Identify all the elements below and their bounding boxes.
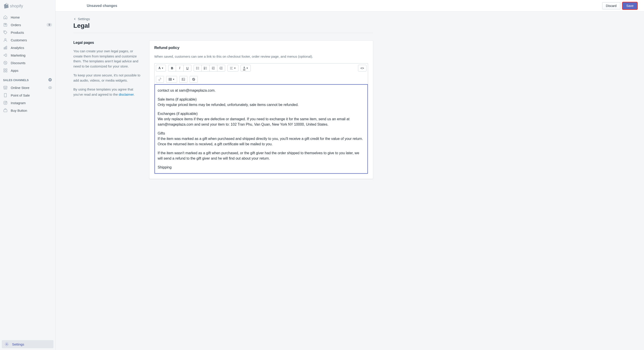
svg-rect-16 [4,101,7,105]
legal-pages-description: Legal pages You can create your own lega… [73,41,140,179]
home-icon [3,15,8,19]
discounts-icon [3,60,8,65]
sidebar-item-home[interactable]: Home [0,13,55,21]
refund-policy-title: Refund policy [154,46,368,50]
sidebar-item-apps[interactable]: Apps [0,67,55,74]
sidebar-item-label: Instagram [11,101,26,105]
bullet-list-button[interactable] [194,65,202,71]
editor-toolbar: A▼ B I U 123 [154,63,368,84]
svg-rect-13 [6,71,7,72]
topbar-actions: Discard Save [602,2,644,9]
svg-rect-4 [4,48,4,49]
svg-rect-12 [4,71,5,72]
align-dropdown[interactable]: ▼ [228,65,238,71]
marketing-icon [3,53,8,57]
sidebar-item-label: Discounts [11,61,26,65]
main-content: Settings Legal Legal pages You can creat… [56,12,391,350]
shopify-logo[interactable]: shopify [0,0,56,12]
svg-point-21 [196,67,197,67]
sidebar-item-label: Buy Button [11,109,27,112]
topbar: shopify Unsaved changes Discard Save [0,0,644,12]
svg-rect-19 [4,110,7,112]
products-icon [3,30,8,35]
refund-policy-subtitle: When saved, customers can see a link to … [154,54,368,59]
underline-button[interactable]: U [184,65,191,71]
italic-button[interactable]: I [176,65,184,71]
store-icon [3,85,8,90]
sidebar-item-buy-button[interactable]: Buy Button [0,107,55,114]
orders-icon [3,22,8,27]
html-button[interactable]: <> [358,65,366,71]
sidebar: Home Orders 9 Products Customers Analyti… [0,12,56,350]
legal-desc-2: To keep your store secure, it's not poss… [73,73,140,83]
sidebar-item-label: Analytics [11,46,24,50]
table-dropdown[interactable]: ▼ [166,76,177,82]
breadcrumb-label: Settings [78,17,90,21]
sales-channels-title: SALES CHANNELS [3,79,28,82]
svg-rect-44 [169,78,172,80]
svg-point-2 [4,31,5,32]
apps-icon [3,68,8,73]
outdent-button[interactable] [210,65,217,71]
svg-rect-5 [5,47,6,49]
sidebar-item-label: Apps [11,69,18,72]
chevron-left-icon [73,17,76,20]
sidebar-item-label: Products [11,31,24,34]
sidebar-item-pos[interactable]: Point of Sale [0,91,55,99]
sidebar-item-orders[interactable]: Orders 9 [0,21,55,29]
save-button[interactable]: Save [622,2,637,9]
svg-point-17 [5,102,6,104]
svg-rect-6 [6,46,7,49]
instagram-icon [3,101,8,105]
svg-rect-49 [182,78,185,80]
text-color-dropdown[interactable]: A▼ [241,65,250,71]
svg-rect-10 [4,69,5,70]
numbered-list-button[interactable]: 123 [202,65,210,71]
add-channel-icon[interactable] [48,78,52,82]
discard-button[interactable]: Discard [602,2,620,9]
gear-icon [4,342,9,347]
svg-text:shopify: shopify [10,3,23,8]
svg-rect-0 [6,3,8,5]
sidebar-item-settings[interactable]: Settings [2,340,54,348]
bold-button[interactable]: B [168,65,176,71]
sidebar-item-label: Customers [11,38,27,42]
legal-pages-heading: Legal pages [73,41,140,45]
svg-line-52 [193,78,194,80]
breadcrumb[interactable]: Settings [73,17,373,21]
format-dropdown[interactable]: A▼ [156,65,166,71]
svg-point-15 [50,87,51,88]
orders-badge: 9 [46,23,52,26]
sidebar-item-customers[interactable]: Customers [0,36,55,44]
disclaimer-link[interactable]: disclaimer [119,92,134,96]
analytics-icon [3,45,8,50]
svg-text:3: 3 [204,69,204,70]
page-title: Legal [73,22,373,29]
svg-point-20 [6,344,8,345]
sidebar-item-analytics[interactable]: Analytics [0,44,55,51]
indent-button[interactable] [217,65,225,71]
sales-channels-header: SALES CHANNELS [0,74,55,84]
link-button[interactable] [156,76,164,82]
view-store-icon[interactable] [48,86,52,90]
legal-desc-1: You can create your own legal pages, or … [73,49,140,69]
sidebar-item-online-store[interactable]: Online Store [0,84,55,91]
sidebar-item-label: Home [11,15,20,19]
clear-formatting-button[interactable] [190,76,198,82]
sidebar-item-products[interactable]: Products [0,29,55,36]
svg-point-9 [6,63,6,64]
sidebar-item-label: Orders [11,23,21,27]
svg-point-50 [182,78,183,79]
svg-rect-11 [6,69,7,70]
customers-icon [3,38,8,42]
sidebar-item-discounts[interactable]: Discounts [0,59,55,67]
refund-policy-textarea[interactable]: contact us at sam@mageplaza.com. Sale it… [154,84,368,174]
sidebar-item-marketing[interactable]: Marketing [0,51,55,59]
sidebar-item-instagram[interactable]: Instagram [0,99,55,107]
legal-desc-3: By using these templates you agree that … [73,87,140,97]
sidebar-item-label: Marketing [11,53,26,57]
image-button[interactable] [180,76,187,82]
svg-point-8 [5,62,5,62]
refund-policy-card: Refund policy When saved, customers can … [149,41,373,179]
buy-button-icon [3,108,8,113]
